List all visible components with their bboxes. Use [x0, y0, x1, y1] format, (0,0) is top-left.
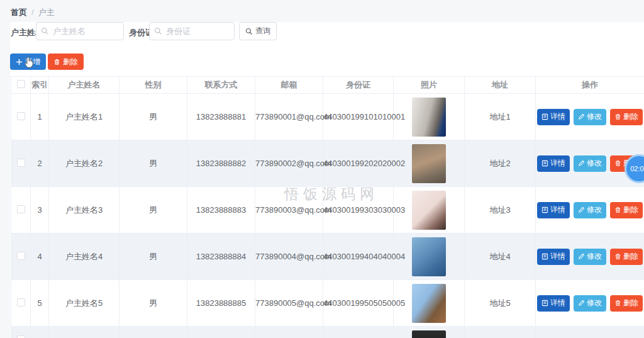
row-checkbox[interactable]	[17, 205, 25, 213]
table-row-partial	[11, 327, 644, 338]
query-button-label: 查询	[255, 26, 270, 37]
photo-thumbnail[interactable]	[412, 284, 446, 323]
detail-button[interactable]: 详情	[537, 249, 570, 265]
cell-name: 户主姓名4	[49, 234, 119, 280]
row-checkbox[interactable]	[17, 159, 25, 167]
edit-label: 修改	[587, 111, 602, 122]
document-icon	[541, 206, 548, 213]
delete-label: 删除	[623, 111, 638, 122]
cell-gender: 男	[119, 140, 187, 187]
breadcrumb-separator: /	[31, 8, 34, 17]
pencil-icon	[578, 300, 585, 307]
row-checkbox[interactable]	[17, 112, 25, 120]
table-row: 5 户主姓名5 男 13823888885 773890005@qq.com 4…	[11, 280, 644, 327]
page: 首页/户主 户主姓名 身份证 查询 新增 删除	[0, 0, 644, 338]
delete-label: 删除	[623, 205, 638, 215]
photo-thumbnail[interactable]	[412, 98, 446, 137]
trash-icon	[614, 206, 621, 213]
row-checkbox[interactable]	[17, 252, 25, 260]
cell-gender: 男	[119, 280, 187, 327]
cell-phone: 13823888882	[187, 140, 255, 187]
document-icon	[541, 300, 548, 307]
cell-address: 地址4	[465, 234, 536, 280]
col-operate: 操作	[536, 77, 644, 94]
document-icon	[541, 160, 548, 167]
cell-id-card: 440300199505050005	[323, 280, 394, 327]
photo-thumbnail[interactable]	[412, 330, 446, 338]
trash-icon	[614, 160, 621, 167]
timer-text: 02:02	[630, 165, 644, 172]
detail-label: 详情	[550, 111, 565, 122]
owners-table: 索引 户主姓名 性别 联系方式 邮箱 身份证 照片 地址 操作 1	[11, 76, 644, 338]
cell-index: 2	[31, 140, 49, 187]
delete-label: 删除	[623, 251, 638, 262]
cell-gender: 男	[119, 187, 187, 234]
edit-label: 修改	[587, 251, 602, 262]
cell-email: 773890003@qq.com	[255, 187, 323, 234]
cell-address: 地址2	[465, 140, 536, 187]
edit-button[interactable]: 修改	[574, 109, 606, 125]
edit-button[interactable]: 修改	[574, 202, 606, 218]
search-icon	[41, 27, 49, 35]
query-button[interactable]: 查询	[239, 22, 277, 40]
cell-index: 4	[31, 234, 49, 280]
cell-index: 5	[31, 280, 49, 327]
cell-name: 户主姓名2	[49, 140, 119, 187]
edit-label: 修改	[587, 205, 602, 215]
cell-phone: 13823888885	[187, 280, 255, 327]
detail-button[interactable]: 详情	[537, 295, 570, 312]
photo-thumbnail[interactable]	[412, 144, 446, 183]
edit-button[interactable]: 修改	[574, 155, 606, 172]
photo-thumbnail[interactable]	[412, 191, 446, 230]
col-photo: 照片	[394, 77, 465, 94]
add-button[interactable]: 新增	[10, 54, 46, 70]
breadcrumb: 首页/户主	[11, 7, 55, 18]
cell-id-card: 440300199303030003	[323, 187, 394, 234]
cell-email: 773890004@qq.com	[255, 234, 323, 280]
plus-icon	[16, 59, 23, 65]
detail-button[interactable]: 详情	[537, 109, 570, 125]
edit-button[interactable]: 修改	[574, 295, 606, 312]
cell-id-card: 440300199202020002	[323, 140, 394, 187]
col-name: 户主姓名	[49, 77, 119, 94]
cell-email: 773890001@qq.com	[255, 94, 323, 140]
cell-name: 户主姓名5	[49, 280, 119, 327]
detail-button[interactable]: 详情	[537, 155, 570, 172]
trash-icon	[614, 113, 621, 120]
detail-label: 详情	[550, 251, 565, 262]
row-checkbox[interactable]	[17, 335, 25, 338]
edit-button[interactable]: 修改	[574, 249, 606, 265]
delete-button[interactable]: 删除	[610, 249, 643, 265]
owner-name-input[interactable]	[36, 22, 124, 40]
col-address: 地址	[465, 77, 536, 94]
detail-label: 详情	[550, 158, 565, 169]
delete-button[interactable]: 删除	[610, 202, 643, 218]
trash-icon	[614, 300, 621, 307]
batch-delete-button[interactable]: 删除	[48, 54, 84, 70]
table-row: 3 户主姓名3 男 13823888883 773890003@qq.com 4…	[11, 187, 644, 234]
trash-icon	[53, 59, 60, 65]
cell-index: 1	[31, 94, 49, 140]
photo-thumbnail[interactable]	[412, 237, 446, 276]
cell-index: 3	[31, 187, 49, 234]
delete-button[interactable]: 删除	[610, 109, 643, 125]
cell-name: 户主姓名1	[49, 94, 119, 140]
content-panel: 户主姓名 身份证 查询 新增 删除	[10, 22, 644, 338]
trash-icon	[614, 253, 621, 260]
delete-button[interactable]: 删除	[610, 295, 643, 312]
cell-email: 773890005@qq.com	[255, 280, 323, 327]
table-row: 2 户主姓名2 男 13823888882 773890002@qq.com 4…	[11, 140, 644, 187]
detail-button[interactable]: 详情	[537, 202, 570, 218]
cell-gender: 男	[119, 234, 187, 280]
select-all-checkbox[interactable]	[17, 80, 25, 88]
search-icon	[154, 27, 162, 35]
cell-id-card: 440300199404040004	[323, 234, 394, 280]
breadcrumb-current: 户主	[38, 8, 55, 17]
pencil-icon	[578, 253, 585, 260]
breadcrumb-home[interactable]: 首页	[11, 8, 27, 17]
delete-label: 删除	[623, 298, 638, 308]
col-email: 邮箱	[255, 77, 323, 94]
row-checkbox[interactable]	[17, 298, 25, 307]
cell-name: 户主姓名3	[49, 187, 119, 234]
edit-label: 修改	[587, 158, 602, 169]
